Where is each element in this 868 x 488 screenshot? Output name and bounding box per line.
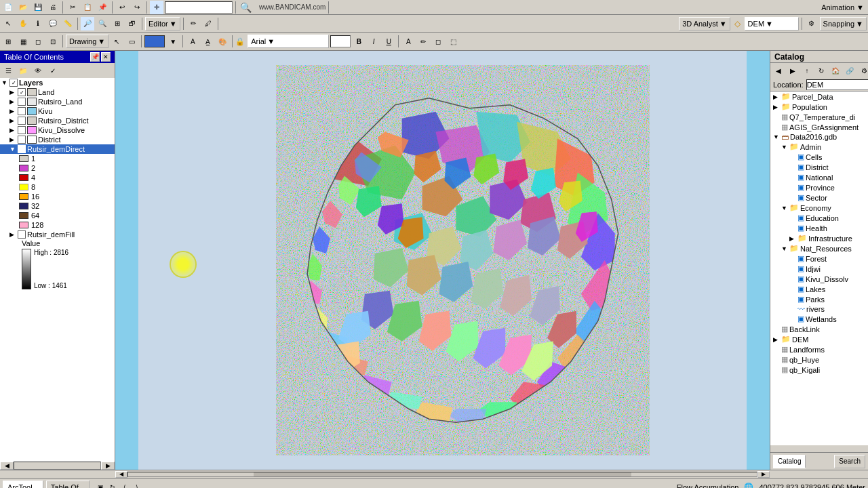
toc-hscroll[interactable]: ◀ ▶ <box>0 462 115 470</box>
map-hscroll-thumb[interactable] <box>254 472 631 476</box>
district-cb[interactable] <box>18 136 26 144</box>
tree-item-national[interactable]: ▣ National <box>770 172 868 182</box>
tree-item-parks[interactable]: ▣ Parks <box>770 294 868 304</box>
map-scroll-left-btn[interactable]: ◀ <box>115 471 127 478</box>
catalog-connect-btn[interactable]: 🔗 <box>843 64 856 77</box>
layer-item-rutsir-demfill[interactable]: ▶ Rutsir_demFill <box>0 230 115 239</box>
layer-item-district[interactable]: ▶ District <box>0 135 115 144</box>
rutsir-dem-cb[interactable] <box>18 145 26 153</box>
toc-sel-btn[interactable]: ✓ <box>46 64 60 77</box>
italic-btn[interactable]: I <box>367 35 380 48</box>
draw-shape-btn[interactable]: ▭ <box>125 35 138 48</box>
maptips-btn[interactable]: 💬 <box>46 17 60 30</box>
redo-btn[interactable]: ↪ <box>130 1 144 14</box>
hilite-btn[interactable]: ✏ <box>416 35 430 48</box>
snapping-dropdown[interactable]: Snapping ▼ <box>820 17 867 30</box>
shadow-btn[interactable]: ⬚ <box>446 35 460 48</box>
tree-item-district-catalog[interactable]: ▣ District <box>770 162 868 172</box>
catalog-scroll[interactable] <box>770 445 868 452</box>
tree-item-lakes[interactable]: ▣ Lakes <box>770 284 868 294</box>
rutsiro-land-cb[interactable] <box>18 98 26 106</box>
tree-item-health[interactable]: ▣ Health <box>770 223 868 233</box>
toc-source-btn[interactable]: 📁 <box>16 64 30 77</box>
open-btn[interactable]: 📂 <box>16 1 30 14</box>
layer-item-land[interactable]: ▶ Land <box>0 87 115 97</box>
toc-pin-btn[interactable]: 📌 <box>90 52 100 62</box>
sb-btn2[interactable]: ↻ <box>107 482 118 489</box>
toc-close-btn[interactable]: ✕ <box>101 52 111 62</box>
tree-item-population[interactable]: ▶ 📁 Population <box>770 102 868 112</box>
tree-item-admin[interactable]: ▼ 📁 Admin <box>770 142 868 152</box>
textcolor-btn[interactable]: A̲ <box>201 35 214 48</box>
catalog-refresh-btn[interactable]: ↻ <box>814 64 828 77</box>
land-cb[interactable] <box>18 88 26 96</box>
catalog-home-btn[interactable]: 🏠 <box>829 64 842 77</box>
rutsir-demfill-cb[interactable] <box>18 230 26 239</box>
catalog-fwd-btn[interactable]: ▶ <box>786 64 800 77</box>
tree-item-qb-kigali[interactable]: ▦ qb_Kigali <box>770 365 868 375</box>
tree-item-forest[interactable]: ▣ Forest <box>770 253 868 264</box>
toc-scroll-right[interactable]: ▶ <box>101 462 115 470</box>
tree-item-data2016[interactable]: ▼ 🗃 Data2016.gdb <box>770 132 868 142</box>
measure-btn[interactable]: 📏 <box>61 17 75 30</box>
settings-btn[interactable]: ⚙ <box>805 17 818 30</box>
sketch-btn[interactable]: ✏ <box>186 17 200 30</box>
tree-item-q7temp[interactable]: ▦ Q7_Temperature_di <box>770 112 868 122</box>
tree-item-province[interactable]: ▣ Province <box>770 182 868 192</box>
zoom-map-btn[interactable]: 🔎 <box>81 17 94 30</box>
font-size-input[interactable]: 10 <box>330 35 351 47</box>
layer-item-kivu[interactable]: ▶ Kivu <box>0 106 115 116</box>
font-dropdown[interactable]: Arial ▼ <box>248 35 329 48</box>
cursor-btn[interactable]: ✛ <box>150 1 163 14</box>
catalog-location-input[interactable] <box>806 79 868 90</box>
layers-heading-item[interactable]: ▼ Layers <box>0 78 115 87</box>
layer-item-rutsiro-land[interactable]: ▶ Rutsiro_Land <box>0 97 115 106</box>
tree-item-cells[interactable]: ▣ Cells <box>770 152 868 162</box>
map-hscroll-track[interactable] <box>127 472 757 477</box>
tb3-btn2[interactable]: ▦ <box>16 35 30 48</box>
zoom-layer-btn[interactable]: 🗗 <box>125 17 139 30</box>
edit-btn[interactable]: 🖊 <box>201 17 215 30</box>
arctool-tab[interactable]: ArcTool... <box>3 481 43 489</box>
tree-item-education[interactable]: ▣ Education <box>770 213 868 223</box>
catalog-tab[interactable]: Catalog <box>773 455 806 468</box>
layer-item-kivu-dissolve[interactable]: ▶ Kivu_Dissolve <box>0 125 115 135</box>
tree-item-rivers[interactable]: 〰 rivers <box>770 304 868 314</box>
coord-input[interactable]: 1,275,598 <box>165 1 233 14</box>
tree-item-wetlands[interactable]: ▣ Wetlands <box>770 314 868 324</box>
tree-item-nat-resources[interactable]: ▼ 📁 Nat_Resources <box>770 243 868 253</box>
toc-list-btn[interactable]: ☰ <box>1 64 15 77</box>
toc-vis-btn[interactable]: 👁 <box>31 64 45 77</box>
layers-cb[interactable] <box>9 79 18 87</box>
text-btn[interactable]: A <box>186 35 199 48</box>
map-hscroll-container[interactable]: ◀ ▶ <box>115 470 770 478</box>
save-btn[interactable]: 💾 <box>31 1 45 14</box>
tree-item-agis[interactable]: ▦ AGIS_GrAssignment <box>770 122 868 132</box>
kivu-dissolve-cb[interactable] <box>18 126 26 134</box>
color-swatch[interactable] <box>144 35 165 47</box>
fillcolor-btn[interactable]: 🎨 <box>216 35 229 48</box>
cut-btn[interactable]: ✂ <box>66 1 79 14</box>
zoom-out-btn[interactable]: 🔍 <box>96 17 109 30</box>
tree-item-backlink[interactable]: ▦ BackLink <box>770 324 868 334</box>
catalog-up-btn[interactable]: ↑ <box>800 64 814 77</box>
tb3-btn4[interactable]: ⊡ <box>46 35 60 48</box>
tree-item-sector[interactable]: ▣ Sector <box>770 192 868 203</box>
pan-btn[interactable]: ✋ <box>16 17 30 30</box>
tree-item-landforms[interactable]: ▦ Landforms <box>770 344 868 354</box>
print-btn[interactable]: 🖨 <box>46 1 60 14</box>
tree-item-qb-huye[interactable]: ▦ qb_Huye <box>770 354 868 365</box>
copy-btn[interactable]: 📋 <box>81 1 94 14</box>
dem-dropdown[interactable]: DEM ▼ <box>745 17 799 30</box>
toc-scroll-track[interactable] <box>14 462 101 470</box>
toc-scroll-left[interactable]: ◀ <box>0 462 14 470</box>
catalog-back-btn[interactable]: ◀ <box>772 64 785 77</box>
catalog-options-btn[interactable]: ⚙ <box>857 64 868 77</box>
search-tab[interactable]: Search <box>834 455 865 468</box>
rutsiro-dist-cb[interactable] <box>18 117 26 125</box>
map-area[interactable] <box>115 51 770 470</box>
layer-item-rutsiro-district[interactable]: ▶ Rutsiro_District <box>0 116 115 125</box>
tree-item-idjwi[interactable]: ▣ Idjwi <box>770 264 868 274</box>
sb-btn3[interactable]: ⟨ <box>119 482 130 489</box>
tb3-btn3[interactable]: ◻ <box>31 35 45 48</box>
